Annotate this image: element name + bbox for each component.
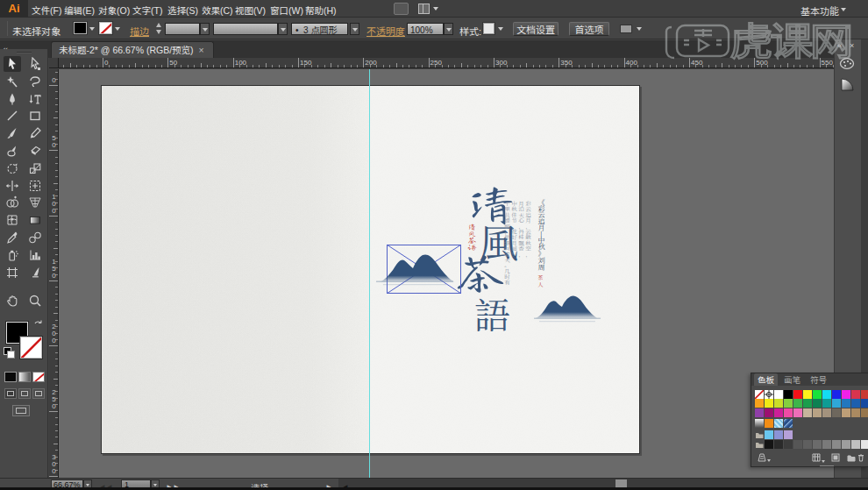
svg-text:虎课网: 虎课网 bbox=[729, 22, 850, 61]
